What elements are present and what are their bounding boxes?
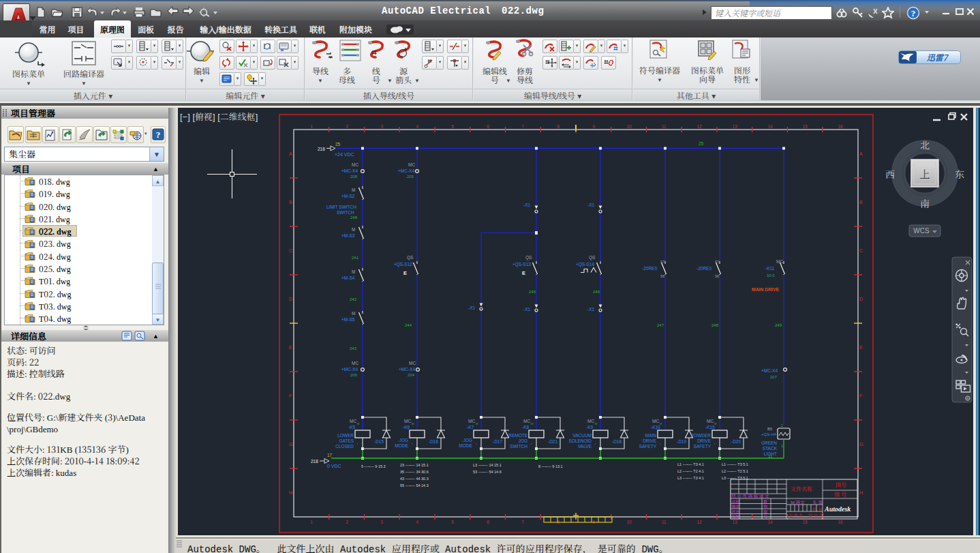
svg-text:M: M	[476, 422, 478, 425]
svg-text:35 —~— 34 30.6: 35 —~— 34 30.6	[400, 470, 429, 474]
svg-text:-D15: -D15	[374, 439, 384, 444]
svg-text:12: 12	[696, 124, 702, 129]
svg-text:-K9: -K9	[586, 425, 594, 430]
svg-text:r: r	[660, 442, 661, 445]
svg-text:r: r	[412, 442, 413, 445]
svg-text:4: 4	[416, 124, 418, 129]
svg-text:0 VDC: 0 VDC	[327, 464, 341, 468]
svg-text:MC: MC	[409, 361, 416, 365]
svg-text:Autodesk: Autodesk	[824, 505, 851, 513]
svg-text:6: 6	[487, 124, 489, 129]
svg-text:E: E	[859, 345, 863, 350]
svg-text:G: G	[289, 442, 292, 447]
svg-text:B: B	[859, 200, 863, 205]
svg-text:西: 西	[885, 167, 895, 181]
svg-text:+MC-X4: +MC-X4	[398, 168, 414, 173]
svg-text:r: r	[714, 442, 716, 445]
svg-text:204: 204	[408, 373, 415, 377]
svg-text:13: 13	[732, 124, 737, 129]
svg-text:C: C	[859, 248, 863, 253]
svg-text:242: 242	[350, 297, 357, 301]
svg-text:上: 上	[919, 166, 930, 181]
svg-text:REMOTE: REMOTE	[508, 433, 527, 438]
svg-text:图: 图	[818, 499, 823, 505]
svg-text:SAFETY: SAFETY	[694, 444, 711, 449]
svg-text:218: 218	[318, 147, 325, 151]
svg-text:JOG: JOG	[519, 438, 527, 443]
svg-text:码: 码	[812, 506, 816, 512]
svg-text:L1 —~— T3 5.1: L1 —~— T3 5.1	[722, 462, 748, 466]
svg-text:E: E	[289, 345, 292, 350]
svg-text:MC: MC	[652, 419, 659, 423]
svg-text:东: 东	[955, 167, 964, 181]
svg-text:-K7: -K7	[467, 425, 474, 430]
svg-text:-D17: -D17	[493, 439, 502, 444]
svg-text:迅雷7: 迅雷7	[927, 51, 949, 63]
svg-text:14: 14	[767, 520, 773, 524]
svg-text:M: M	[531, 422, 533, 425]
svg-text:M 码文: M 码文	[791, 499, 805, 505]
svg-text:SWITCH: SWITCH	[337, 210, 354, 215]
svg-text:1: 1	[781, 444, 783, 448]
svg-text:12: 12	[696, 520, 702, 524]
svg-text:14: 14	[767, 124, 773, 129]
svg-text:+M-S5: +M-S5	[341, 317, 355, 322]
svg-text:+M-S2: +M-S2	[341, 194, 355, 198]
svg-text:16: 16	[838, 124, 843, 129]
svg-text:M: M	[412, 422, 414, 425]
svg-text:246: 246	[593, 290, 600, 294]
svg-text:-X1: -X1	[523, 307, 531, 312]
svg-text:1: 1	[310, 124, 313, 129]
svg-text:4: 4	[416, 520, 418, 524]
svg-text:MAIN DRIVE: MAIN DRIVE	[752, 287, 779, 292]
svg-text:-X1: -X1	[523, 203, 531, 207]
svg-text:STACK: STACK	[763, 446, 778, 451]
svg-text:-X1: -X1	[468, 305, 476, 310]
svg-text:MC: MC	[404, 419, 411, 423]
svg-text:3: 3	[380, 124, 383, 129]
svg-text:1: 1	[310, 520, 313, 524]
svg-text:-20RE0: -20RE0	[696, 266, 711, 271]
svg-text:53 —~— 54 14.6: 53 —~— 54 14.6	[473, 470, 502, 474]
svg-text:SOLENOID: SOLENOID	[568, 438, 592, 443]
svg-text:QS: QS	[589, 255, 596, 260]
svg-text:JOG: JOG	[399, 438, 408, 443]
svg-text:E: E	[403, 270, 407, 276]
svg-text:-X1: -X1	[587, 307, 595, 312]
svg-text:7: 7	[521, 520, 524, 524]
svg-text:MC: MC	[523, 419, 530, 423]
svg-text:L3 —~— T3 4.1: L3 —~— T3 4.1	[677, 476, 704, 480]
svg-text:17: 17	[327, 453, 333, 458]
svg-text:10: 10	[626, 520, 632, 524]
svg-text:-D20: -D20	[731, 439, 741, 444]
svg-text:SWITCH: SWITCH	[510, 444, 527, 449]
svg-text:S7: S7	[660, 260, 664, 264]
svg-text:-X1: -X1	[587, 203, 595, 207]
svg-text:247: 247	[657, 323, 664, 327]
svg-text:-K8: -K8	[522, 425, 530, 430]
svg-text:SAFETY: SAFETY	[639, 444, 657, 449]
svg-text:5: 5	[451, 124, 454, 129]
svg-text:名: 名	[812, 499, 816, 505]
svg-text:8 —~— 9 13.1: 8 —~— 9 13.1	[538, 464, 563, 468]
svg-text:-20RE0: -20RE0	[642, 266, 657, 271]
svg-text:图 号 文: 图 号 文	[808, 512, 823, 518]
svg-text:+QS-S14: +QS-S14	[576, 262, 594, 267]
svg-text:M: M	[352, 311, 355, 316]
svg-text:H: H	[289, 490, 292, 495]
svg-text:23 —~— 14 15.1: 23 —~— 14 15.1	[400, 463, 429, 467]
svg-text:QS: QS	[525, 255, 532, 260]
svg-text:10.0: 10.0	[767, 273, 775, 278]
svg-text:LOWER: LOWER	[337, 433, 354, 438]
svg-text:-K6: -K6	[403, 425, 410, 430]
svg-text:VACUUM: VACUUM	[572, 433, 592, 438]
svg-text:243: 243	[350, 346, 357, 350]
svg-text:号: 号	[763, 513, 767, 520]
svg-text:E: E	[522, 270, 525, 276]
svg-text:H: H	[859, 490, 863, 495]
svg-text:248: 248	[711, 323, 719, 327]
svg-text:55 —~— 54 14.3: 55 —~— 54 14.3	[400, 483, 429, 488]
svg-text:M: M	[352, 269, 355, 274]
svg-text:10: 10	[626, 124, 632, 129]
svg-text:205: 205	[407, 175, 414, 179]
